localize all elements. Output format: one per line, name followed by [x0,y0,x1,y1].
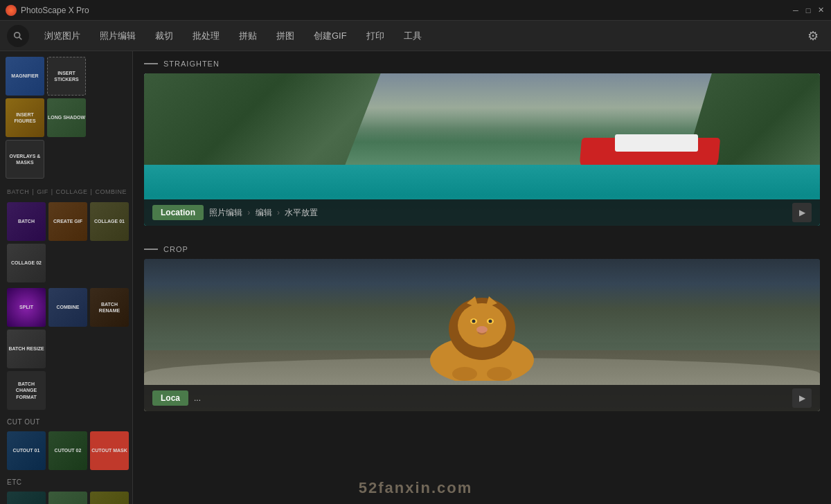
svg-point-8 [489,320,492,323]
tool-create-gif[interactable]: CREATE GIF [48,202,87,241]
straighten-location-bar: Location 照片编辑 › 编辑 › 水平放置 ▶ [144,199,820,226]
path-sep2: › [277,208,280,217]
overlays-label: OVERLAYS & MASKS [6,141,44,178]
location-path: 照片编辑 › 编辑 › 水平放置 [209,207,318,219]
svg-point-7 [472,320,476,323]
tool-batch-change-format[interactable]: BATCH CHANGE FORMAT [7,371,46,410]
cutout-section-label: CUT OUT [0,413,132,429]
app-icon [6,5,17,16]
menu-edit[interactable]: 照片编辑 [91,26,144,46]
crop-section-line [144,249,158,250]
menu-crop[interactable]: 裁切 [147,26,181,46]
boat-top [615,134,698,152]
settings-button[interactable]: ⚙ [802,25,824,47]
tool-collage-02[interactable]: COLLAGE 02 [7,244,46,282]
etc-section-label: ETC [0,473,132,489]
search-button[interactable] [7,25,29,47]
cutout-tiles: CUTOUT 01 CUTOUT 02 CUTOUT MASK [0,429,132,473]
cliff-left [144,73,381,195]
tool-cutout-01[interactable]: CUTOUT 01 [7,431,46,470]
crop-card: Loca ... ▶ [144,259,820,411]
tool-insert-figures[interactable]: INSERT FIGURES [6,98,44,137]
tool-macro[interactable]: MACRO [90,492,129,504]
tool-cutout-mask[interactable]: CUTOUT MASK [90,431,129,470]
path-sep1: › [247,208,250,217]
title-bar: PhotoScape X Pro ─ □ ✕ [0,0,831,21]
batch-tiles-row1: BATCH CREATE GIF COLLAGE 01 COLLAGE 02 [0,199,132,285]
tool-combine[interactable]: COMBINE [48,288,87,327]
menu-batch[interactable]: 批处理 [184,26,228,46]
menu-jigsaw[interactable]: 拼图 [268,26,303,46]
crop-title: CROP [163,245,188,253]
crop-location-bar: Loca ... ▶ [144,385,820,411]
batch-label: BATCH [7,188,29,195]
menu-print[interactable]: 打印 [358,26,393,46]
menu-items: 浏览图片 照片编辑 裁切 批处理 拼贴 拼图 创建GIF 打印 工具 [36,26,802,46]
straighten-title: STRAIGHTEN [163,60,220,68]
path-part2: 编辑 [256,208,272,217]
maximize-button[interactable]: □ [803,6,813,15]
tool-long-shadow[interactable]: LONG SHADOW [47,98,86,137]
magnifier-label: MAGNIFIER [6,57,44,96]
etc-tiles-row1: FOCUS STACKING MERGE TO HDR MACRO REDO P… [0,489,132,504]
tool-batch[interactable]: BATCH [7,202,46,241]
straighten-card: Location 照片编辑 › 编辑 › 水平放置 ▶ [144,73,820,226]
menu-gif[interactable]: 创建GIF [305,26,355,46]
tool-overlays-masks[interactable]: OVERLAYS & MASKS [6,140,44,179]
long-shadow-label: LONG SHADOW [47,98,86,137]
tool-batch-resize[interactable]: BATCH RESIZE [7,330,46,368]
tool-cutout-02[interactable]: CUTOUT 02 [48,431,87,470]
app-title: PhotoScape X Pro [21,6,89,15]
insert-stickers-label: INSERT STICKERS [48,57,85,95]
path-part3: 水平放置 [285,208,318,217]
crop-location-path: ... [194,393,201,403]
location-button[interactable]: Location [152,205,204,220]
tool-magnifier[interactable]: MAGNIFIER [6,57,44,96]
sidebar: MAGNIFIER INSERT STICKERS INSERT FIGURES… [0,51,133,504]
tool-collage-01[interactable]: COLLAGE 01 [90,202,129,241]
menu-tools[interactable]: 工具 [395,26,430,46]
title-bar-controls[interactable]: ─ □ ✕ [791,6,825,15]
svg-point-10 [452,367,477,381]
svg-point-9 [476,326,488,333]
svg-point-4 [458,303,506,348]
menu-bar: 浏览图片 照片编辑 裁切 批处理 拼贴 拼图 创建GIF 打印 工具 ⚙ [0,21,831,51]
path-part1: 照片编辑 [209,208,242,217]
crop-header: CROP [133,237,831,259]
tool-split[interactable]: SPLIT [7,288,46,327]
svg-line-1 [19,37,22,39]
crop-location-button[interactable]: Loca [152,390,188,406]
menu-collage[interactable]: 拼贴 [231,26,265,46]
tool-merge-hdr[interactable]: MERGE TO HDR [48,492,87,504]
collage-label: COLLAGE [56,188,88,195]
gif-label: GIF [37,188,48,195]
content-area: STRAIGHTEN Location 照片编辑 › 编辑 › 水平放置 [133,51,831,504]
tool-insert-stickers[interactable]: INSERT STICKERS [47,57,86,96]
top-tools: MAGNIFIER INSERT STICKERS INSERT FIGURES… [0,51,132,184]
main-layout: MAGNIFIER INSERT STICKERS INSERT FIGURES… [0,51,831,504]
close-button[interactable]: ✕ [816,6,825,15]
insert-figures-label: INSERT FIGURES [6,98,44,137]
play-button[interactable]: ▶ [792,203,812,222]
minimize-button[interactable]: ─ [791,6,801,15]
straighten-header: STRAIGHTEN [133,51,831,73]
batch-section-header: BATCH | GIF | COLLAGE | COMBINE [0,184,132,199]
combine-label: COMBINE [95,188,127,195]
batch-change-format-container: BATCH CHANGE FORMAT [0,371,132,413]
batch-tiles-row2: SPLIT COMBINE BATCH RENAME BATCH RESIZE [0,285,132,371]
section-line [144,63,158,64]
menu-browse[interactable]: 浏览图片 [36,26,89,46]
svg-point-0 [15,32,20,37]
title-bar-left: PhotoScape X Pro [6,5,89,16]
tool-focus-stacking[interactable]: FOCUS STACKING [7,492,46,504]
crop-play-button[interactable]: ▶ [792,388,812,408]
tool-batch-rename[interactable]: BATCH RENAME [90,288,129,327]
svg-point-11 [487,367,512,381]
